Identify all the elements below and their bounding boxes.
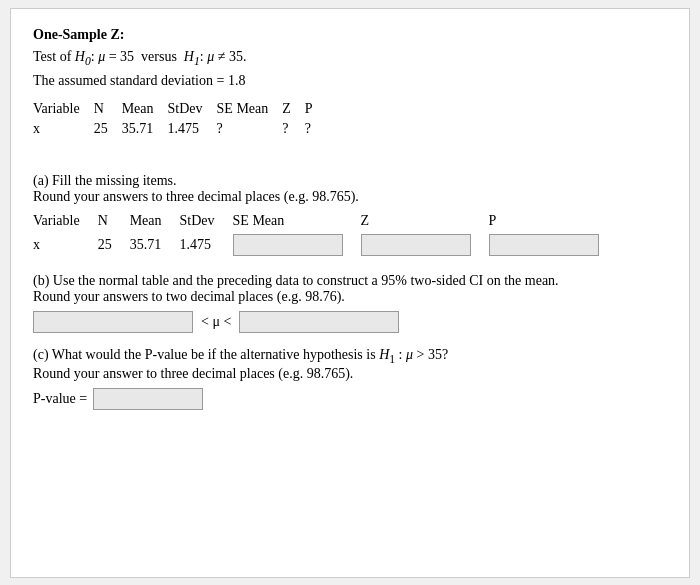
p-input[interactable] — [489, 234, 599, 256]
input-table: Variable N Mean StDev SE Mean Z P x 25 3… — [33, 211, 617, 259]
table1-container: Variable N Mean StDev SE Mean Z P x 25 3… — [33, 99, 667, 139]
t1-variable: x — [33, 119, 94, 139]
pvalue-input[interactable] — [93, 388, 203, 410]
ci-upper-input[interactable] — [239, 311, 399, 333]
h1-symbol: H1 — [184, 49, 200, 64]
table2-header-row: Variable N Mean StDev SE Mean Z P — [33, 211, 617, 231]
t2-semean-input-cell — [233, 231, 361, 259]
col2-z-header: Z — [361, 211, 489, 231]
main-page: One-Sample Z: Test of H0: μ = 35 versus … — [10, 8, 690, 578]
col2-variable-header: Variable — [33, 211, 98, 231]
col-stdev-header: StDev — [168, 99, 217, 119]
col2-n-header: N — [98, 211, 130, 231]
t1-mean: 35.71 — [122, 119, 168, 139]
se-mean-input[interactable] — [233, 234, 343, 256]
t2-n: 25 — [98, 231, 130, 259]
hypothesis-line: Test of H0: μ = 35 versus H1: μ ≠ 35. — [33, 49, 667, 68]
t2-mean: 35.71 — [130, 231, 180, 259]
col-p-header: P — [305, 99, 327, 119]
table1-data-row: x 25 35.71 1.475 ? ? ? — [33, 119, 327, 139]
t1-semean: ? — [217, 119, 283, 139]
col-n-header: N — [94, 99, 122, 119]
z-input[interactable] — [361, 234, 471, 256]
t1-p: ? — [305, 119, 327, 139]
ci-lower-input[interactable] — [33, 311, 193, 333]
col2-mean-header: Mean — [130, 211, 180, 231]
part-a-label: (a) Fill the missing items. Round your a… — [33, 173, 667, 205]
col-semean-header: SE Mean — [217, 99, 283, 119]
t1-stdev: 1.475 — [168, 119, 217, 139]
t1-n: 25 — [94, 119, 122, 139]
section-title: One-Sample Z: — [33, 27, 667, 43]
ci-row: < μ < — [33, 311, 667, 333]
col-mean-header: Mean — [122, 99, 168, 119]
table1-header-row: Variable N Mean StDev SE Mean Z P — [33, 99, 327, 119]
table2-data-row: x 25 35.71 1.475 — [33, 231, 617, 259]
col-z-header: Z — [282, 99, 305, 119]
h0-symbol: H0 — [75, 49, 91, 64]
part-b-label: (b) Use the normal table and the precedi… — [33, 273, 667, 305]
pvalue-row: P-value = — [33, 388, 667, 410]
col2-p-header: P — [489, 211, 617, 231]
stat-table-1: Variable N Mean StDev SE Mean Z P x 25 3… — [33, 99, 327, 139]
t2-p-input-cell — [489, 231, 617, 259]
part-c-label: (c) What would the P-value be if the alt… — [33, 347, 667, 382]
t2-stdev: 1.475 — [180, 231, 233, 259]
t1-z: ? — [282, 119, 305, 139]
t2-z-input-cell — [361, 231, 489, 259]
col-variable-header: Variable — [33, 99, 94, 119]
t2-variable: x — [33, 231, 98, 259]
ci-symbol: < μ < — [197, 314, 235, 330]
table2-container: Variable N Mean StDev SE Mean Z P x 25 3… — [33, 211, 667, 259]
pvalue-label: P-value = — [33, 391, 87, 407]
std-dev-line: The assumed standard deviation = 1.8 — [33, 73, 667, 89]
col2-semean-header: SE Mean — [233, 211, 361, 231]
col2-stdev-header: StDev — [180, 211, 233, 231]
